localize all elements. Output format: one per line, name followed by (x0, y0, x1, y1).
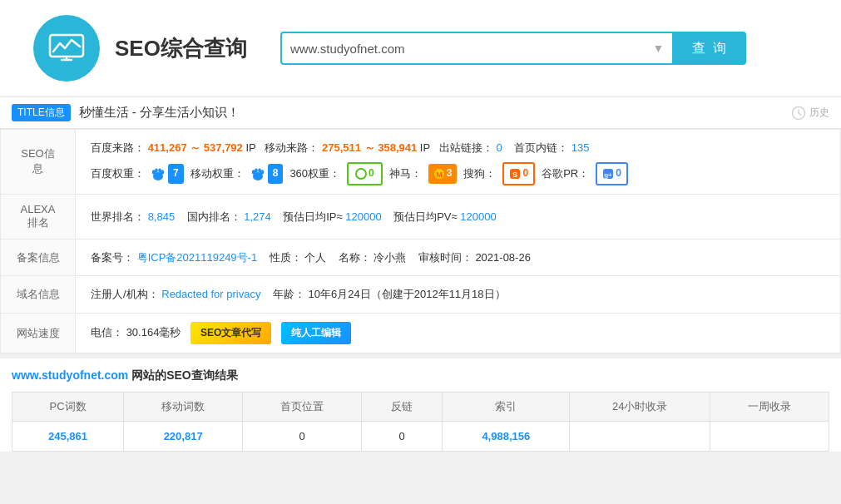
svg-text:S: S (512, 170, 517, 179)
cell-index: 4,988,156 (443, 422, 570, 452)
mobile-traffic-unit: IP (420, 141, 436, 154)
search-button[interactable]: 查 询 (674, 32, 745, 65)
nature-label: 性质： (270, 251, 302, 264)
alexa-label: ALEXA排名 (1, 194, 76, 239)
search-area: ▼ 查 询 (280, 32, 746, 65)
baidu-traffic-unit: IP (245, 141, 261, 154)
daily-pv-value: 120000 (460, 210, 496, 223)
svg-text:M: M (436, 170, 443, 179)
cell-homepage-pos: 0 (243, 422, 362, 452)
logo (33, 15, 100, 82)
search-input[interactable] (290, 42, 648, 56)
name-value: 冷小燕 (374, 251, 406, 264)
speed-info-row: 网站速度 电信： 30.164毫秒 SEO文章代写 纯人工编辑 (1, 313, 841, 353)
seo-write-btn[interactable]: SEO文章代写 (190, 322, 271, 345)
domestic-rank-value: 1,274 (244, 210, 271, 223)
speed-label: 网站速度 (1, 313, 76, 353)
sogou-icon: S (509, 168, 521, 180)
seo-info-value: 百度来路： 411,267 ～ 537,792 IP 移动来路： 275,511… (76, 130, 841, 195)
audit-time-value: 2021-08-26 (475, 251, 531, 264)
history-icon (791, 106, 806, 121)
beian-info-row: 备案信息 备案号： 粤ICP备2021119249号-1 性质： 个人 名称： … (1, 239, 841, 275)
google-icon: g+ (602, 168, 614, 180)
telecom-value: 30.164毫秒 (126, 326, 181, 338)
mobile-traffic-label: 移动来路： (265, 141, 319, 154)
mobile-weight-badge: 8 (250, 164, 285, 184)
baidu-weight-value: 7 (168, 164, 184, 184)
app-title: SEO综合查询 (115, 34, 247, 63)
telecom-label: 电信： (91, 326, 123, 338)
svg-point-8 (158, 169, 161, 173)
svg-point-14 (356, 169, 366, 179)
seo-info-row: SEO信息 百度来路： 411,267 ～ 537,792 IP 移动来路： 2… (1, 130, 841, 195)
beian-no-value: 粤ICP备2021119249号-1 (137, 251, 258, 264)
daily-pv-label: 预估日均PV≈ (393, 210, 457, 223)
daily-ip-value: 120000 (345, 210, 381, 223)
homepage-inlink-label: 首页内链： (514, 141, 568, 154)
outlink-label: 出站链接： (439, 141, 493, 154)
baidu-weight-label: 百度权重： (91, 164, 145, 183)
cell-day-included (570, 422, 710, 452)
main-content: SEO信息 百度来路： 411,267 ～ 537,792 IP 移动来路： 2… (0, 129, 841, 353)
domain-info-row: 域名信息 注册人/机构： Redacted for privacy 年龄： 10… (1, 276, 841, 313)
baidu-weight-badge: 7 (150, 164, 186, 184)
col-day-included: 24小时收录 (570, 393, 710, 422)
col-index: 索引 (443, 393, 570, 422)
registrar-value: Redacted for privacy (161, 288, 260, 300)
w360-label: 360权重： (289, 164, 340, 183)
title-badge: TITLE信息 (12, 104, 71, 121)
result-title-suffix: 网站的SEO查询结果 (131, 368, 238, 382)
speed-value: 电信： 30.164毫秒 SEO文章代写 纯人工编辑 (76, 313, 841, 353)
outlink-value: 0 (496, 141, 502, 154)
beian-no-label: 备案号： (91, 251, 134, 264)
title-bar: TITLE信息 秒懂生活 - 分享生活小知识！ 历史 (0, 97, 841, 129)
svg-point-7 (155, 169, 158, 173)
result-section: www.studyofnet.com 网站的SEO查询结果 PC词数 移动词数 … (0, 358, 841, 452)
cell-pc-words: 245,861 (12, 422, 124, 452)
baidu-traffic-value: 411,267 ～ 537,792 (148, 141, 243, 154)
result-table-header: PC词数 移动词数 首页位置 反链 索引 24小时收录 一周收录 (12, 393, 829, 422)
logo-icon (47, 28, 87, 68)
beian-label: 备案信息 (1, 239, 76, 275)
result-url: www.studyofnet.com (12, 368, 128, 382)
header: SEO综合查询 ▼ 查 询 (0, 0, 841, 97)
history-label: 历史 (809, 106, 829, 120)
seo-edit-btn[interactable]: 纯人工编辑 (281, 322, 351, 345)
dropdown-icon[interactable]: ▼ (653, 42, 665, 55)
domestic-rank-label: 国内排名： (187, 210, 241, 223)
col-backlinks: 反链 (362, 393, 443, 422)
svg-text:g+: g+ (604, 171, 612, 179)
cell-week-included (710, 422, 829, 452)
baidu-paw-icon (150, 166, 166, 182)
history-button[interactable]: 历史 (791, 106, 829, 121)
cell-backlinks: 0 (362, 422, 443, 452)
page-title: 秒懂生活 - 分享生活小知识！ (79, 105, 791, 121)
beian-value: 备案号： 粤ICP备2021119249号-1 性质： 个人 名称： 冷小燕 审… (76, 239, 841, 275)
domain-value: 注册人/机构： Redacted for privacy 年龄： 10年6月24… (76, 276, 841, 313)
daily-ip-label: 预估日均IP≈ (283, 210, 342, 223)
info-table: SEO信息 百度来路： 411,267 ～ 537,792 IP 移动来路： 2… (0, 129, 841, 353)
seo-info-label: SEO信息 (1, 130, 76, 195)
shenma-label: 神马： (389, 164, 422, 183)
cell-mobile-words: 220,817 (124, 422, 243, 452)
360-icon (355, 168, 367, 180)
result-title: www.studyofnet.com 网站的SEO查询结果 (12, 368, 829, 383)
nature-value: 个人 (304, 251, 326, 264)
alexa-info-row: ALEXA排名 世界排名： 8,845 国内排名： 1,274 预估日均IP≈ … (1, 194, 841, 239)
col-pc-words: PC词数 (12, 393, 124, 422)
search-input-wrap[interactable]: ▼ (280, 32, 675, 65)
audit-time-label: 审核时间： (418, 251, 472, 264)
col-week-included: 一周收录 (710, 393, 829, 422)
registrar-label: 注册人/机构： (91, 288, 159, 300)
baidu-traffic-label: 百度来路： (91, 141, 145, 154)
domain-label: 域名信息 (1, 276, 76, 313)
alexa-value: 世界排名： 8,845 国内排名： 1,274 预估日均IP≈ 120000 预… (76, 194, 841, 239)
col-mobile-words: 移动词数 (124, 393, 243, 422)
google-value: g+0 (596, 162, 628, 185)
age-label: 年龄： (273, 288, 305, 300)
name-label: 名称： (339, 251, 371, 264)
mobile-weight-value: 8 (268, 164, 284, 184)
shenma-value: M3 (428, 164, 458, 184)
shenma-icon: M (433, 168, 445, 180)
mobile-weight-label: 移动权重： (190, 164, 245, 183)
